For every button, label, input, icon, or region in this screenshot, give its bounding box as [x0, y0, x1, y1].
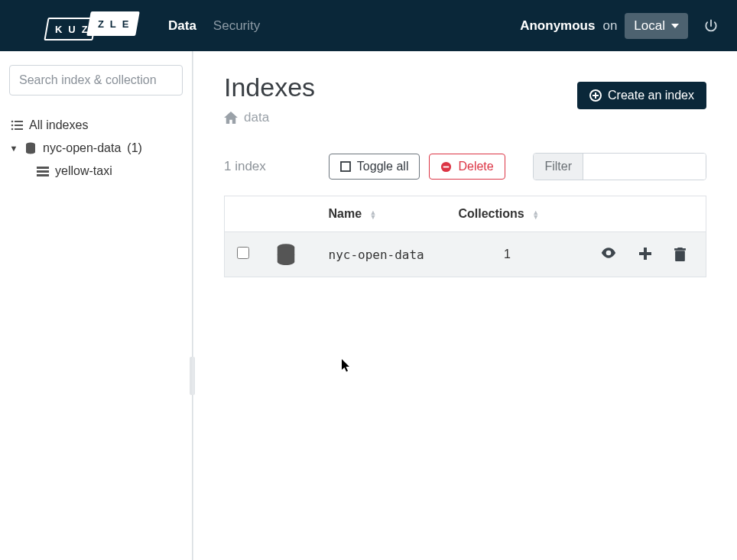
svg-rect-7 — [37, 167, 49, 169]
index-tree: All indexes ▼ nyc-open-data (1) — [9, 114, 183, 183]
svg-rect-9 — [37, 174, 49, 176]
indexes-table: Name ▲▼ Collections ▲▼ — [224, 196, 706, 277]
view-icon[interactable] — [601, 248, 616, 261]
trash-icon[interactable] — [674, 248, 686, 261]
search-box — [9, 65, 183, 95]
toolbar: 1 index Toggle all Delete Filter — [224, 153, 706, 180]
nav-links: Data Security — [168, 18, 260, 34]
brand-logo: ZLE KUZ — [46, 11, 138, 40]
col-actions — [569, 196, 706, 232]
sidebar-collection-row[interactable]: yellow-taxi — [9, 160, 183, 183]
delete-label: Delete — [458, 160, 493, 173]
list-icon — [11, 120, 23, 131]
create-index-label: Create an index — [608, 89, 694, 102]
nav-security[interactable]: Security — [213, 18, 260, 34]
topbar: ZLE KUZ Data Security Anonymous on Local — [0, 0, 737, 51]
minus-circle-icon — [440, 161, 452, 173]
filter-group: Filter — [533, 153, 706, 180]
col-collections[interactable]: Collections ▲▼ — [446, 196, 569, 232]
svg-point-0 — [11, 121, 14, 123]
toggle-all-button[interactable]: Toggle all — [329, 154, 420, 180]
svg-rect-19 — [677, 248, 682, 249]
col-icon — [263, 196, 317, 232]
row-name: nyc-open-data — [317, 232, 446, 277]
create-index-button[interactable]: Create an index — [577, 82, 706, 109]
brand-left: KUZ — [55, 23, 94, 34]
breadcrumb[interactable]: data — [224, 110, 315, 125]
delete-button[interactable]: Delete — [429, 154, 505, 180]
row-checkbox[interactable] — [237, 247, 249, 259]
main: Indexes data Create an index — [193, 51, 737, 560]
database-icon — [275, 243, 304, 266]
home-icon — [224, 112, 238, 124]
col-checkbox — [225, 196, 263, 232]
sort-icon: ▲▼ — [532, 210, 539, 219]
svg-point-2 — [11, 125, 14, 127]
sidebar-index-count: (1) — [127, 141, 142, 155]
svg-point-4 — [11, 128, 14, 131]
env-select[interactable]: Local — [625, 13, 688, 39]
svg-rect-8 — [37, 170, 49, 173]
sidebar-index-row[interactable]: ▼ nyc-open-data (1) — [9, 137, 183, 160]
sidebar-collection-name: yellow-taxi — [55, 164, 112, 178]
filter-input[interactable] — [583, 154, 706, 180]
filter-label: Filter — [534, 154, 583, 180]
square-icon — [340, 161, 351, 172]
svg-rect-16 — [639, 252, 651, 255]
topbar-right: Anonymous on Local — [520, 13, 719, 39]
toggle-all-label: Toggle all — [357, 160, 409, 173]
caret-down-icon: ▼ — [9, 144, 18, 153]
brand-right: ZLE — [98, 18, 135, 29]
svg-rect-13 — [443, 166, 450, 167]
sidebar: All indexes ▼ nyc-open-data (1) — [0, 51, 193, 560]
chevron-down-icon — [671, 24, 679, 28]
row-collections: 1 — [446, 232, 569, 277]
index-count: 1 index — [224, 159, 266, 174]
page-title: Indexes — [224, 73, 315, 102]
power-icon[interactable] — [703, 18, 719, 34]
user-name: Anonymous — [520, 18, 595, 34]
all-indexes-row[interactable]: All indexes — [9, 114, 183, 137]
brand[interactable]: ZLE KUZ — [0, 11, 168, 40]
nav-data[interactable]: Data — [168, 18, 196, 34]
plus-circle-icon — [589, 89, 602, 102]
svg-rect-1 — [15, 121, 23, 122]
breadcrumb-item: data — [244, 110, 269, 125]
col-collections-label: Collections — [459, 207, 524, 220]
table-row[interactable]: nyc-open-data 1 — [225, 232, 706, 277]
collection-icon — [37, 167, 49, 176]
user-on: on — [602, 18, 617, 34]
svg-rect-17 — [675, 251, 685, 261]
all-indexes-label: All indexes — [29, 118, 88, 132]
svg-rect-3 — [15, 125, 23, 126]
svg-rect-5 — [15, 128, 23, 130]
env-label: Local — [634, 18, 665, 34]
database-icon — [24, 142, 37, 154]
col-name-label: Name — [329, 207, 362, 220]
search-input[interactable] — [9, 65, 183, 95]
sort-icon: ▲▼ — [370, 210, 377, 219]
col-name[interactable]: Name ▲▼ — [317, 196, 446, 232]
sidebar-index-name: nyc-open-data — [43, 141, 121, 155]
svg-rect-11 — [341, 162, 350, 171]
plus-icon[interactable] — [639, 248, 651, 261]
